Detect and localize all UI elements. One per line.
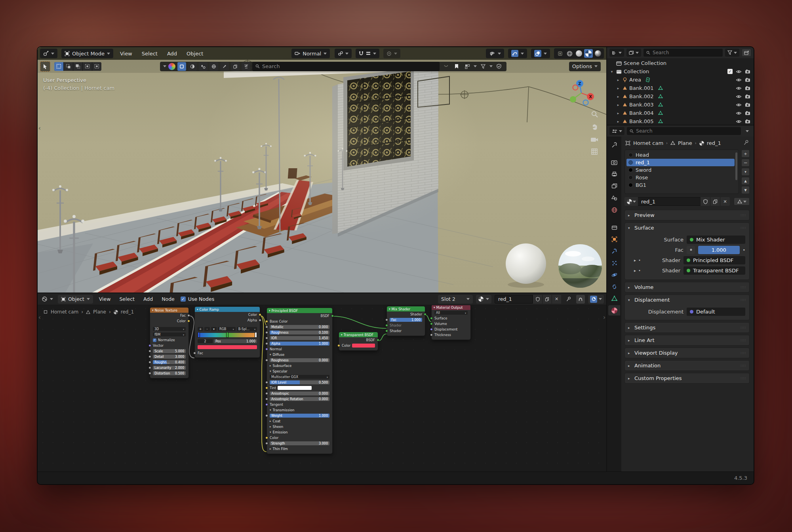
socket[interactable] bbox=[377, 339, 379, 342]
expand-icon[interactable]: ▸ bbox=[616, 111, 621, 115]
tab-constraints[interactable] bbox=[608, 281, 620, 292]
tab-render[interactable] bbox=[608, 157, 620, 167]
socket[interactable] bbox=[265, 398, 268, 401]
outliner-display-mode[interactable] bbox=[626, 49, 641, 57]
outliner-row-collection[interactable]: ▾ Collection ✓ bbox=[609, 67, 752, 76]
ramp-position-slider[interactable]: Pos1.000 bbox=[214, 339, 257, 344]
ior-slider[interactable]: IOR1.450 bbox=[270, 336, 329, 340]
material-name-field[interactable]: red_1 bbox=[638, 197, 700, 206]
gizmos-control[interactable] bbox=[508, 49, 527, 58]
shelf-icon-globe[interactable] bbox=[209, 62, 218, 71]
ramp-active-index[interactable]: 2 bbox=[198, 339, 213, 344]
menu-select[interactable]: Select bbox=[139, 51, 160, 57]
socket[interactable] bbox=[385, 319, 388, 321]
expand-icon[interactable]: ▸ bbox=[634, 258, 636, 262]
slot-rose[interactable]: Rose bbox=[626, 174, 735, 181]
tab-collection[interactable] bbox=[608, 222, 620, 232]
slot-specials-button[interactable]: ▾ bbox=[741, 168, 750, 176]
select-intersect-button[interactable] bbox=[92, 62, 101, 71]
browse-material-dropdown[interactable] bbox=[624, 197, 638, 206]
noise-normalize-checkbox[interactable]: ✓Normalize bbox=[150, 337, 188, 343]
shelf-icon-duplicate[interactable] bbox=[231, 62, 240, 71]
expand-icon[interactable]: ▸ bbox=[616, 120, 621, 124]
shading-solid-button[interactable] bbox=[575, 49, 583, 58]
tab-physics[interactable] bbox=[608, 270, 620, 280]
expand-icon[interactable]: ▾ bbox=[609, 70, 614, 74]
menu-select[interactable]: Select bbox=[116, 296, 137, 302]
surface-shader-selector[interactable]: Mix Shader bbox=[687, 236, 745, 244]
remove-slot-button[interactable]: − bbox=[741, 159, 750, 167]
camera-render-icon[interactable] bbox=[745, 103, 750, 107]
fake-user-shield-icon[interactable] bbox=[700, 197, 710, 206]
socket[interactable] bbox=[385, 330, 388, 332]
socket[interactable] bbox=[430, 317, 433, 320]
eye-icon[interactable] bbox=[736, 103, 742, 107]
properties-search[interactable] bbox=[627, 127, 741, 135]
menu-add[interactable]: Add bbox=[141, 296, 156, 302]
camera-render-icon[interactable] bbox=[745, 119, 750, 124]
tab-world[interactable] bbox=[608, 205, 620, 215]
toolbar-search-input[interactable] bbox=[262, 63, 436, 69]
breadcrumb-mesh[interactable]: Plane bbox=[678, 140, 692, 146]
tint-color-swatch[interactable] bbox=[278, 386, 312, 390]
ramp-specials-button[interactable]: ▾ bbox=[211, 327, 217, 331]
move-slot-down-button[interactable]: ▼ bbox=[741, 186, 750, 194]
navigation-gizmo[interactable]: Z X bbox=[567, 79, 595, 106]
anisotropic-rotation-slider[interactable]: Anisotropic Rotation0.000 bbox=[270, 397, 329, 401]
socket[interactable] bbox=[265, 381, 268, 384]
noise-detail-slider[interactable]: Detail3.000 bbox=[153, 355, 186, 359]
socket[interactable] bbox=[193, 352, 196, 355]
node-noise-texture[interactable]: ▾Noise Texture Fac Color 3D▾ fBM▾ ✓Norma… bbox=[150, 307, 189, 378]
fake-user-shield-icon[interactable] bbox=[533, 295, 542, 304]
new-material-copy-icon[interactable] bbox=[710, 197, 720, 206]
output-target-dropdown[interactable]: All▾ bbox=[434, 311, 468, 315]
shading-rendered-button[interactable] bbox=[594, 49, 602, 58]
node-principled-bsdf[interactable]: ▾Principled BSDF BSDF Base Color Metalli… bbox=[267, 308, 333, 454]
menu-node[interactable]: Node bbox=[159, 296, 177, 302]
section-sheen[interactable]: ▸Sheen bbox=[267, 424, 332, 429]
socket[interactable] bbox=[148, 355, 151, 358]
camera-render-icon[interactable] bbox=[745, 86, 750, 90]
outliner-row-area[interactable]: ▸ Area bbox=[609, 76, 752, 84]
new-material-copy-icon[interactable] bbox=[542, 295, 552, 304]
panel-preview-header[interactable]: ▸Preview∷∷ bbox=[625, 210, 749, 220]
animate-dot-icon[interactable]: • bbox=[743, 247, 746, 253]
slot-list-scrollbar[interactable] bbox=[735, 152, 737, 180]
pivot-point-selector[interactable] bbox=[335, 49, 352, 58]
properties-editor-selector[interactable] bbox=[609, 127, 624, 135]
tab-object-data[interactable] bbox=[608, 293, 620, 304]
ramp-remove-stop-button[interactable]: - bbox=[204, 327, 210, 331]
slot-head[interactable]: Head bbox=[626, 151, 735, 159]
snapping-toggle[interactable] bbox=[588, 295, 604, 304]
smile-curve-icon[interactable] bbox=[442, 62, 450, 71]
diffuse-roughness-slider[interactable]: Roughness0.000 bbox=[270, 358, 329, 363]
socket[interactable] bbox=[148, 367, 151, 369]
shader-editor[interactable]: Object View Select Add Node ✓ Use Nodes … bbox=[38, 293, 606, 471]
metallic-slider[interactable]: Metallic0.000 bbox=[270, 325, 329, 329]
camera-render-icon[interactable] bbox=[745, 78, 750, 82]
tab-object[interactable] bbox=[608, 234, 620, 244]
eye-icon[interactable] bbox=[736, 111, 742, 115]
socket[interactable] bbox=[265, 414, 268, 417]
shield-check-icon[interactable] bbox=[495, 62, 503, 71]
eye-icon[interactable] bbox=[736, 95, 742, 99]
outliner-row-bank003[interactable]: ▸ Bank.003 bbox=[609, 101, 752, 109]
socket[interactable] bbox=[259, 319, 261, 322]
section-specular[interactable]: ▾Specular bbox=[267, 369, 332, 374]
shelf-icon-hook[interactable] bbox=[242, 62, 250, 71]
socket[interactable] bbox=[265, 437, 268, 439]
socket[interactable] bbox=[265, 359, 268, 362]
shader1-selector[interactable]: Principled BSDF bbox=[683, 256, 745, 264]
expand-icon[interactable]: ▸ bbox=[634, 268, 636, 273]
roughness-slider[interactable]: Roughness0.100 bbox=[270, 331, 329, 335]
shader-type-selector[interactable]: Object bbox=[58, 295, 93, 304]
filter-funnel-icon[interactable] bbox=[479, 62, 487, 71]
noise-distortion-slider[interactable]: Distortion0.500 bbox=[153, 371, 186, 376]
breadcrumb-object[interactable]: Hornet cam bbox=[633, 140, 663, 146]
move-slot-up-button[interactable]: ▲ bbox=[741, 177, 750, 185]
select-extend-button[interactable] bbox=[64, 62, 73, 71]
section-thin-film[interactable]: ▸Thin Film bbox=[267, 446, 332, 452]
shelf-icon-brush[interactable] bbox=[220, 62, 229, 71]
shading-wireframe-button[interactable] bbox=[565, 49, 574, 58]
add-slot-button[interactable]: ＋ bbox=[741, 150, 750, 158]
